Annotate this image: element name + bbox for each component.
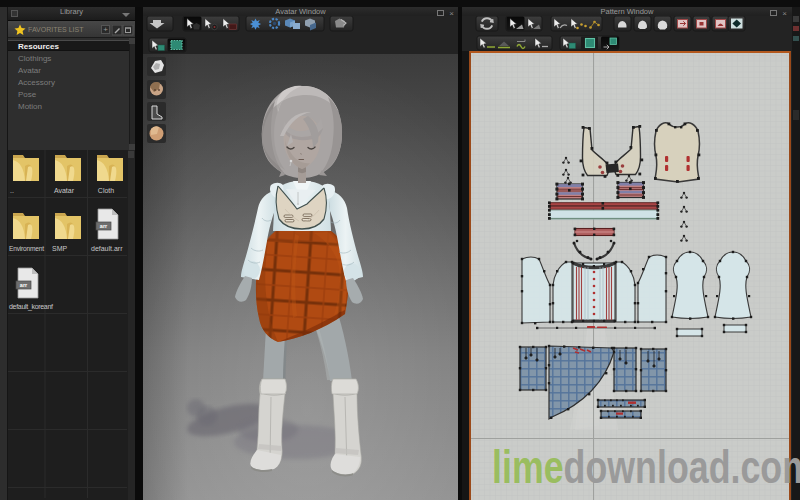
svg-text:Avatar: Avatar xyxy=(54,187,75,194)
svg-text:Cloth: Cloth xyxy=(98,187,114,194)
svg-text:..: .. xyxy=(10,187,14,194)
svg-text:default_koreanf: default_koreanf xyxy=(9,303,53,311)
svg-text:SMP: SMP xyxy=(52,245,68,252)
svg-text:Environment: Environment xyxy=(9,245,44,252)
svg-text:default.arr: default.arr xyxy=(91,245,123,252)
